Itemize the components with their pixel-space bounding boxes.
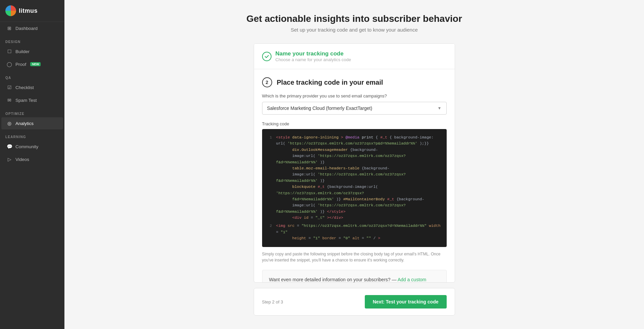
dashboard-icon: ⊞ (7, 26, 12, 31)
step2-header: 2 Place tracking code in your email (262, 77, 447, 87)
tracking-code-label: Tracking code (262, 121, 447, 126)
sidebar-section-design: DESIGN (0, 35, 64, 45)
info-text: Want even more detailed information on y… (269, 277, 397, 282)
step2-question: Which is the primary provider you use to… (262, 93, 447, 98)
code-content-1: <style data-ignore-inlining > @media pri… (276, 134, 441, 221)
sidebar-item-proof[interactable]: ◯ Proof NEW (1, 58, 63, 70)
code-content-2: <img src = "https://oz37zqsx.emltrk.com/… (276, 223, 441, 241)
step1-sub: Choose a name for your analytics code (276, 57, 351, 62)
proof-icon: ◯ (7, 61, 12, 67)
code-line-1: 1 <style data-ignore-inlining > @media p… (267, 134, 441, 221)
community-icon: 💬 (7, 144, 12, 149)
sidebar: litmus ⊞ Dashboard DESIGN ☐ Builder ◯ Pr… (0, 0, 64, 329)
sidebar-item-spam-test[interactable]: ✉ Spam Test (1, 94, 63, 106)
page-header: Get actionable insights into subscriber … (246, 13, 462, 33)
sidebar-section-optimize: OPTIMIZE (0, 107, 64, 117)
step1-text: Name your tracking code Choose a name fo… (276, 50, 351, 62)
analytics-icon: ◎ (7, 121, 12, 126)
sidebar-item-videos[interactable]: ▷ Videos (1, 153, 63, 165)
sidebar-item-label: Dashboard (15, 26, 38, 31)
info-box: Want even more detailed information on y… (262, 270, 447, 283)
sidebar-item-label: Spam Test (15, 98, 37, 103)
code-line-2: 2 <img src = "https://oz37zqsx.emltrk.co… (267, 223, 441, 241)
sidebar-logo: litmus (0, 0, 64, 22)
step2-title: Place tracking code in your email (277, 79, 383, 86)
sidebar-item-label: Checklist (15, 85, 34, 90)
proof-new-badge: NEW (30, 62, 41, 66)
step-indicator: Step 2 of 3 (262, 299, 283, 304)
logo-text: litmus (19, 7, 38, 14)
step2-number: 2 (262, 77, 272, 87)
chevron-down-icon: ▼ (438, 106, 442, 111)
code-block: 1 <style data-ignore-inlining > @media p… (262, 129, 447, 247)
spam-test-icon: ✉ (7, 97, 12, 103)
line-number-2: 2 (267, 223, 272, 241)
sidebar-item-analytics[interactable]: ◎ Analytics (1, 117, 63, 129)
sidebar-section-learning: LEARNING (0, 130, 64, 140)
dropdown-selected-value: Salesforce Marketing Cloud (formerly Exa… (267, 106, 373, 111)
step2-body: 2 Place tracking code in your email Whic… (254, 69, 455, 283)
footer-card: Step 2 of 3 Next: Test your tracking cod… (254, 288, 455, 316)
page-title: Get actionable insights into subscriber … (246, 13, 462, 24)
sidebar-item-checklist[interactable]: ☑ Checklist (1, 81, 63, 93)
line-number-1: 1 (267, 134, 272, 221)
sidebar-item-label: Proof (15, 62, 26, 67)
page-subtitle: Set up your tracking code and get to kno… (246, 27, 462, 33)
sidebar-item-dashboard[interactable]: ⊞ Dashboard (1, 22, 63, 34)
main-content: Get actionable insights into subscriber … (64, 0, 644, 329)
provider-dropdown[interactable]: Salesforce Marketing Cloud (formerly Exa… (262, 102, 447, 115)
sidebar-item-builder[interactable]: ☐ Builder (1, 45, 63, 57)
builder-icon: ☐ (7, 49, 12, 54)
litmus-logo-icon (5, 5, 16, 16)
step1-check-icon (262, 52, 271, 61)
sidebar-item-label: Community (15, 144, 38, 149)
sidebar-item-label: Analytics (15, 121, 34, 126)
sidebar-item-label: Videos (15, 157, 29, 162)
checklist-icon: ☑ (7, 85, 12, 90)
sidebar-item-label: Builder (15, 49, 30, 54)
step1-completed: Name your tracking code Choose a name fo… (254, 44, 455, 69)
sidebar-item-community[interactable]: 💬 Community (1, 140, 63, 153)
step1-label: Name your tracking code (276, 50, 351, 57)
videos-icon: ▷ (7, 157, 12, 162)
code-hint: Simply copy and paste the following snip… (262, 251, 447, 263)
next-button[interactable]: Next: Test your tracking code (365, 295, 447, 309)
sidebar-section-qa: QA (0, 71, 64, 81)
main-card: Name your tracking code Choose a name fo… (254, 43, 455, 283)
